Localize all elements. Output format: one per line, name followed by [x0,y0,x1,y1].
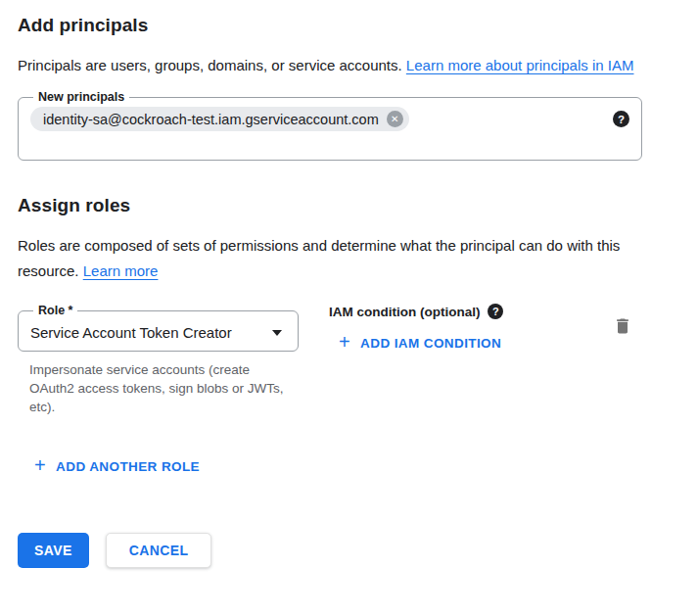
plus-icon: + [339,332,350,352]
dropdown-arrow-icon [272,330,282,336]
principals-description-text: Principals are users, groups, domains, o… [18,57,402,73]
iam-condition-column: IAM condition (optional) ? + ADD IAM CON… [329,304,503,353]
trash-icon [613,316,632,336]
delete-role-column [613,304,632,340]
add-iam-condition-label: ADD IAM CONDITION [360,336,501,351]
role-row: Role * Service Account Token Creator Imp… [18,304,642,416]
role-helper-text: Impersonate service accounts (create OAu… [18,360,292,416]
delete-role-button[interactable] [613,316,632,339]
iam-condition-help-icon[interactable]: ? [488,304,503,319]
add-iam-condition-button[interactable]: + ADD IAM CONDITION [339,334,501,352]
role-select[interactable]: Role * Service Account Token Creator [18,304,299,352]
roles-description: Roles are composed of sets of permission… [18,233,642,284]
page-title: Add principals [18,14,642,37]
add-another-role-label: ADD ANOTHER ROLE [56,459,200,474]
learn-more-roles-link[interactable]: Learn more [83,262,159,279]
principal-chip[interactable]: identity-sa@cockroach-test.iam.gservicea… [30,107,409,131]
principal-chip-label: identity-sa@cockroach-test.iam.gservicea… [43,112,379,127]
learn-more-principals-link[interactable]: Learn more about principals in IAM [406,57,634,73]
add-another-role-button[interactable]: + ADD ANOTHER ROLE [34,457,200,475]
iam-condition-label: IAM condition (optional) [329,305,480,319]
plus-icon: + [34,455,46,475]
role-select-value-row[interactable]: Service Account Token Creator [30,317,286,341]
principals-description: Principals are users, groups, domains, o… [18,53,642,78]
add-principals-panel: Add principals Principals are users, gro… [0,0,698,568]
dialog-footer: SAVE CANCEL [18,533,642,568]
new-principals-input-area[interactable]: identity-sa@cockroach-test.iam.gservicea… [30,104,629,149]
role-select-value: Service Account Token Creator [30,324,232,341]
iam-condition-label-row: IAM condition (optional) ? [329,304,503,319]
remove-principal-icon[interactable]: ✕ [387,111,403,127]
save-button[interactable]: SAVE [18,533,89,568]
assign-roles-title: Assign roles [18,194,642,217]
cancel-button[interactable]: CANCEL [106,533,212,568]
role-select-label: Role * [33,304,77,317]
new-principals-label: New principals [33,90,129,104]
new-principals-field[interactable]: New principals identity-sa@cockroach-tes… [18,90,642,161]
role-column: Role * Service Account Token Creator Imp… [18,304,299,416]
principals-help-icon[interactable]: ? [613,111,629,127]
